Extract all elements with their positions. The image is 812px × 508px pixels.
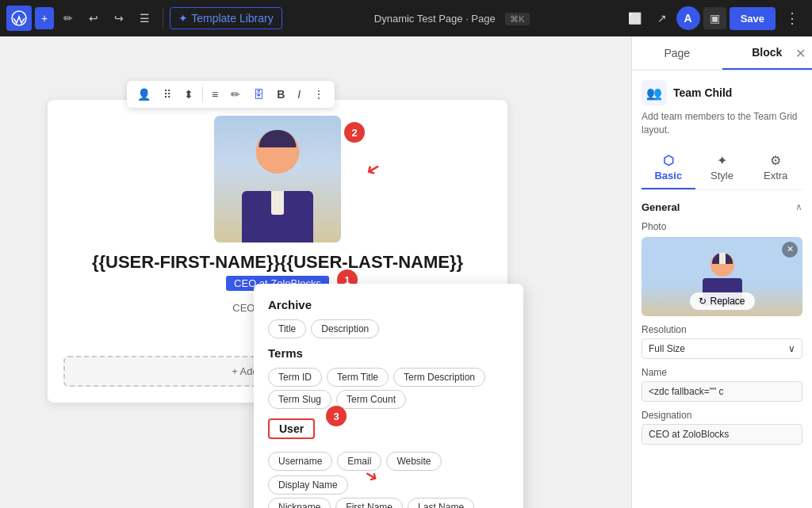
term-count-tag[interactable]: Term Count: [336, 390, 406, 409]
block-type-icon: 👤: [137, 88, 151, 101]
layout-toggle-button[interactable]: ▣: [703, 7, 726, 29]
name-value: <zdc fallback="" c: [642, 381, 802, 402]
more-toolbar-button[interactable]: ⋮: [308, 84, 330, 105]
pencil-icon: ✏: [63, 12, 73, 25]
website-tag[interactable]: Website: [386, 452, 441, 471]
resolution-value: Full Size: [649, 343, 685, 354]
designation-label: Designation: [642, 410, 802, 421]
avatar-wrap: 2 ➜: [214, 116, 341, 243]
replace-label: Replace: [710, 296, 745, 307]
avatar-body: [242, 191, 313, 243]
external-link-button[interactable]: ↗: [651, 7, 673, 29]
screen-toggle-button[interactable]: ⬜: [622, 7, 648, 29]
align-icon: ≡: [212, 88, 218, 101]
top-bar: + ✏ ↩ ↪ ☰ ✦ Template Library Dynamic Tes…: [0, 0, 812, 36]
user-tags-row2: Nickname First Name Last Name: [268, 498, 509, 508]
term-slug-tag[interactable]: Term Slug: [268, 390, 331, 409]
layout-icon: ▣: [710, 12, 720, 25]
undo-button[interactable]: ↩: [82, 7, 105, 29]
bold-button[interactable]: B: [271, 84, 290, 105]
template-library-label: Template Library: [191, 12, 274, 25]
user-header-wrap: User 3: [268, 415, 315, 445]
term-id-tag[interactable]: Term ID: [268, 368, 322, 387]
list-icon: ☰: [140, 12, 150, 25]
name-field: Name <zdc fallback="" c: [642, 367, 802, 402]
archive-description-tag[interactable]: Description: [311, 319, 379, 338]
italic-button[interactable]: I: [292, 84, 306, 105]
close-icon: ✕: [795, 47, 806, 60]
nickname-tag[interactable]: Nickname: [268, 498, 331, 508]
terms-tags-row1: Term ID Term Title Term Description: [268, 368, 509, 387]
basic-label: Basic: [654, 170, 682, 181]
panel-close-button[interactable]: ✕: [795, 46, 806, 61]
panel-content: 👥 Team Child Add team members to the Tea…: [632, 71, 812, 508]
block-icon-button[interactable]: 👤: [132, 84, 156, 105]
move-button[interactable]: ⬍: [178, 84, 199, 105]
user-section: User 3 ➜: [268, 415, 509, 445]
panel-tabs: Page Block ✕: [632, 36, 812, 71]
style-icon: ✦: [695, 153, 749, 168]
wp-logo[interactable]: [6, 6, 32, 31]
photo-remove-button[interactable]: ✕: [782, 242, 798, 258]
first-name-tag[interactable]: First Name: [335, 498, 403, 508]
canvas-area: 👤 ⠿ ⬍ ≡ ✏ 🗄 B I: [0, 36, 631, 508]
resolution-select[interactable]: Full Size ∨: [642, 338, 802, 359]
sub-tab-extra[interactable]: ⚙ Extra: [749, 147, 802, 189]
extra-icon: ⚙: [749, 153, 802, 168]
terms-section-title: Terms: [268, 346, 509, 360]
avatar-hair: [259, 130, 297, 147]
archive-tags: Title Description: [268, 319, 509, 338]
user-section-title: User: [268, 418, 315, 439]
archive-title-tag[interactable]: Title: [268, 319, 306, 338]
undo-icon: ↩: [89, 12, 98, 25]
username-tag[interactable]: Username: [268, 452, 332, 471]
add-block-button[interactable]: +: [35, 7, 54, 29]
term-description-tag[interactable]: Term Description: [393, 368, 485, 387]
display-name-tag[interactable]: Display Name: [268, 476, 348, 495]
preview-collar: [719, 253, 726, 264]
right-panel: Page Block ✕ 👥 Team Child Add team membe…: [631, 36, 812, 508]
photo-field: Photo ✕: [642, 221, 802, 316]
basic-icon: ⬡: [642, 153, 695, 168]
term-title-tag[interactable]: Term Title: [327, 368, 389, 387]
last-name-tag[interactable]: Last Name: [408, 498, 474, 508]
archive-section-title: Archive: [268, 298, 509, 311]
general-collapse-button[interactable]: ∧: [795, 201, 802, 212]
tab-page[interactable]: Page: [632, 36, 722, 70]
team-child-icon: 👥: [642, 80, 667, 105]
toolbar-separator: [163, 9, 163, 28]
edit-icon: ✏: [231, 88, 240, 101]
photo-label: Photo: [642, 221, 802, 232]
more-options-button[interactable]: ⋮: [779, 6, 806, 30]
database-button[interactable]: 🗄: [247, 84, 270, 105]
designation-field: Designation CEO at ZoloBlocks: [642, 410, 802, 445]
avatar-head: [256, 130, 300, 174]
avatar-illustration: [214, 116, 341, 243]
close-icon: ✕: [787, 244, 794, 254]
template-library-button[interactable]: ✦ Template Library: [170, 7, 282, 29]
dots-icon: ⋮: [785, 10, 799, 26]
sub-tab-style[interactable]: ✦ Style: [695, 147, 749, 189]
badge-2: 2: [344, 122, 365, 143]
replace-photo-button[interactable]: ↻ Replace: [689, 292, 754, 310]
list-view-button[interactable]: ☰: [133, 7, 156, 29]
align-button[interactable]: ≡: [206, 84, 224, 105]
arrows-icon: ⬍: [184, 88, 193, 101]
save-button[interactable]: Save: [730, 7, 776, 30]
shortcut-badge: ⌘K: [505, 13, 529, 25]
drag-handle-button[interactable]: ⠿: [158, 84, 177, 105]
arrow-2: ➜: [362, 157, 385, 182]
general-title: General: [642, 201, 680, 213]
astra-button[interactable]: A: [676, 6, 700, 30]
team-child-desc: Add team members to the Team Grid layout…: [642, 110, 802, 137]
terms-tags-row2: Term Slug Term Count: [268, 390, 509, 409]
redo-button[interactable]: ↪: [108, 7, 130, 29]
style-label: Style: [710, 170, 733, 181]
general-section-header: General ∧: [642, 201, 802, 213]
resolution-field: Resolution Full Size ∨: [642, 324, 802, 359]
extra-label: Extra: [764, 170, 787, 181]
tools-button[interactable]: ✏: [57, 7, 79, 29]
edit-button[interactable]: ✏: [225, 84, 246, 105]
drag-icon: ⠿: [163, 88, 171, 101]
sub-tab-basic[interactable]: ⬡ Basic: [642, 147, 695, 189]
